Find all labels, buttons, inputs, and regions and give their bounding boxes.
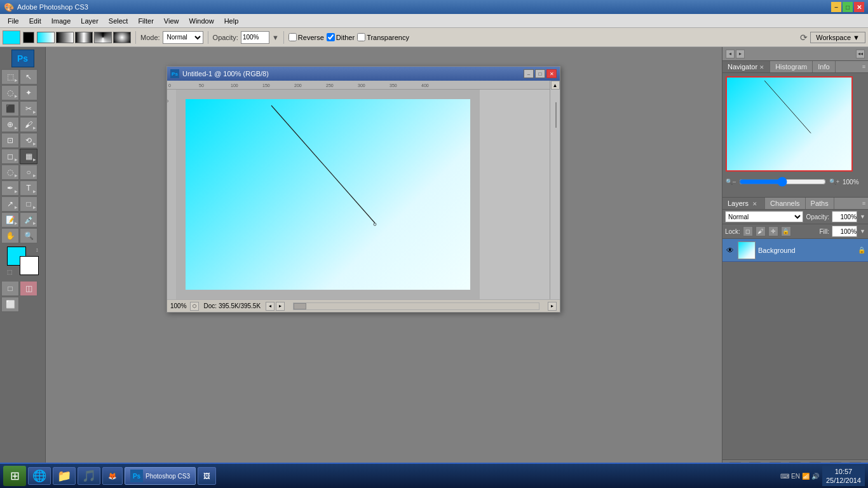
zoom-slider[interactable] xyxy=(739,177,826,187)
lock-image-button[interactable]: 🖌 xyxy=(756,226,766,236)
mode-select[interactable]: Normal Dissolve Darken Multiply Screen O… xyxy=(163,31,203,44)
layers-panel-menu[interactable]: ≡ xyxy=(860,200,868,207)
menu-help[interactable]: Help xyxy=(219,16,244,26)
background-color[interactable] xyxy=(20,256,39,275)
zoom-tool[interactable]: 🔍 xyxy=(20,228,37,243)
crop-tool[interactable]: ⬛ xyxy=(1,101,19,116)
menu-select[interactable]: Select xyxy=(104,16,133,26)
fill-arrow[interactable]: ▼ xyxy=(860,228,865,234)
opacity-arrow[interactable]: ▼ xyxy=(272,34,279,41)
screen-mode-button[interactable]: ⬜ xyxy=(1,297,19,312)
standard-mode-button[interactable]: □ xyxy=(1,281,19,296)
reset-colors-button[interactable]: ⬚ xyxy=(7,269,13,275)
firefox-taskbar-btn[interactable]: 🦊 xyxy=(102,467,123,485)
dodge-tool[interactable]: ○▸ xyxy=(20,165,37,180)
menu-file[interactable]: File xyxy=(3,16,24,26)
grad-preset-4[interactable] xyxy=(94,32,112,43)
menu-filter[interactable]: Filter xyxy=(133,16,158,26)
blur-tool[interactable]: ◌▸ xyxy=(1,165,19,180)
eyedropper-tool[interactable]: 💉▸ xyxy=(20,212,37,227)
transparency-checkbox[interactable] xyxy=(357,33,365,41)
shape-tool[interactable]: □▸ xyxy=(20,196,37,212)
status-right-arrow[interactable]: ▸ xyxy=(276,302,285,311)
slice-tool[interactable]: ✂▸ xyxy=(20,101,37,116)
zoom-out-icon[interactable]: 🔍– xyxy=(726,179,736,185)
panel-expand-left[interactable]: ◂◂ xyxy=(856,50,865,58)
type-tool[interactable]: T▸ xyxy=(20,180,37,196)
notes-tool[interactable]: 📝▸ xyxy=(1,212,19,227)
path-select-tool[interactable]: ↗▸ xyxy=(1,196,19,212)
opacity-input[interactable] xyxy=(241,31,269,44)
eraser-tool[interactable]: ◻▸ xyxy=(1,149,19,164)
menu-layer[interactable]: Layer xyxy=(76,16,104,26)
tab-histogram[interactable]: Histogram xyxy=(770,61,813,72)
tab-paths[interactable]: Paths xyxy=(806,198,834,209)
doc-maximize-button[interactable]: □ xyxy=(535,69,545,78)
doc-minimize-button[interactable]: – xyxy=(524,69,534,78)
menu-edit[interactable]: Edit xyxy=(24,16,46,26)
start-button[interactable]: ⊞ xyxy=(3,466,26,486)
gradient-tool[interactable]: ▦▸ xyxy=(20,149,37,164)
tab-navigator[interactable]: Navigator ✕ xyxy=(722,61,770,72)
media-player-button[interactable]: 🎵 xyxy=(78,467,100,485)
heal-tool[interactable]: ⊕▸ xyxy=(1,117,19,132)
layer-opacity-input[interactable] xyxy=(832,211,857,222)
fg-color-swatch[interactable] xyxy=(3,30,20,44)
maximize-button[interactable]: □ xyxy=(843,2,853,12)
nav-panel-menu[interactable]: ≡ xyxy=(860,64,868,70)
lock-position-button[interactable]: ✛ xyxy=(768,226,778,236)
doc-close-button[interactable]: ✕ xyxy=(546,69,557,78)
opacity-arrow-layers[interactable]: ▼ xyxy=(860,214,865,220)
fill-input[interactable] xyxy=(832,226,857,237)
layers-tab-close[interactable]: ✕ xyxy=(750,201,759,207)
document-canvas[interactable] xyxy=(186,99,470,290)
layer-blend-mode[interactable]: Normal Multiply Screen Overlay xyxy=(725,211,803,222)
layer-item-background[interactable]: 👁 Background 🔒 xyxy=(722,239,868,262)
move-tool[interactable]: ↖ xyxy=(20,69,37,85)
tab-channels[interactable]: Channels xyxy=(765,198,805,209)
grad-preset-3[interactable] xyxy=(75,32,93,43)
horizontal-scrollbar[interactable] xyxy=(293,302,539,310)
reverse-checkbox[interactable] xyxy=(288,33,297,41)
quick-mask-button[interactable]: ◫ xyxy=(20,281,37,296)
workspace-button[interactable]: Workspace ▼ xyxy=(810,32,865,43)
status-left-arrow[interactable]: ◂ xyxy=(266,302,275,311)
minimize-button[interactable]: – xyxy=(831,2,841,12)
layer-visibility-toggle[interactable]: 👁 xyxy=(725,245,735,255)
menu-image[interactable]: Image xyxy=(46,16,76,26)
panel-right-arrow[interactable]: ▸ xyxy=(736,50,745,58)
explorer-button[interactable]: 📁 xyxy=(53,467,76,485)
switch-colors-button[interactable]: ↕ xyxy=(36,247,39,253)
lock-transparent-button[interactable]: ◻ xyxy=(743,226,753,236)
scroll-up-arrow[interactable]: ▲ xyxy=(551,81,560,90)
marquee-tool[interactable]: ⬚▸ xyxy=(1,69,19,85)
zoom-indicator[interactable]: ⬡ xyxy=(190,302,199,311)
menu-view[interactable]: View xyxy=(159,16,184,26)
close-button[interactable]: ✕ xyxy=(854,2,864,12)
tab-layers[interactable]: Layers ✕ xyxy=(722,198,765,209)
document-scrollbar-right[interactable]: ▲ ▼ xyxy=(550,81,560,299)
lasso-tool[interactable]: ◌▸ xyxy=(1,85,19,100)
ie-button[interactable]: 🌐 xyxy=(28,467,51,485)
navigator-tab-close[interactable]: ✕ xyxy=(759,64,764,71)
pen-tool[interactable]: ✒▸ xyxy=(1,180,19,196)
pictures-taskbar-btn[interactable]: 🖼 xyxy=(198,467,216,485)
lock-all-button[interactable]: 🔒 xyxy=(781,226,791,236)
grad-preset-1[interactable] xyxy=(37,32,55,43)
magic-wand-tool[interactable]: ✦ xyxy=(20,85,37,100)
photoshop-taskbar-btn[interactable]: Ps Photoshop CS3 xyxy=(125,467,196,485)
panel-left-arrow[interactable]: ◂ xyxy=(726,50,735,58)
system-clock[interactable]: 10:57 25/12/2014 xyxy=(822,466,865,487)
scrollbar-thumb[interactable] xyxy=(555,102,557,128)
history-brush-tool[interactable]: ⟲▸ xyxy=(20,133,37,148)
menu-window[interactable]: Window xyxy=(184,16,219,26)
clone-tool[interactable]: ⊡ xyxy=(1,133,19,148)
h-scroll-thumb[interactable] xyxy=(294,303,306,309)
brush-tool[interactable]: 🖌▸ xyxy=(20,117,37,132)
grad-preset-2[interactable] xyxy=(56,32,74,43)
tab-info[interactable]: Info xyxy=(813,61,835,72)
status-right-end[interactable]: ▸ xyxy=(548,302,557,311)
dither-checkbox[interactable] xyxy=(327,33,335,41)
grad-preset-5[interactable] xyxy=(113,32,131,43)
zoom-in-icon[interactable]: 🔍+ xyxy=(829,179,839,185)
